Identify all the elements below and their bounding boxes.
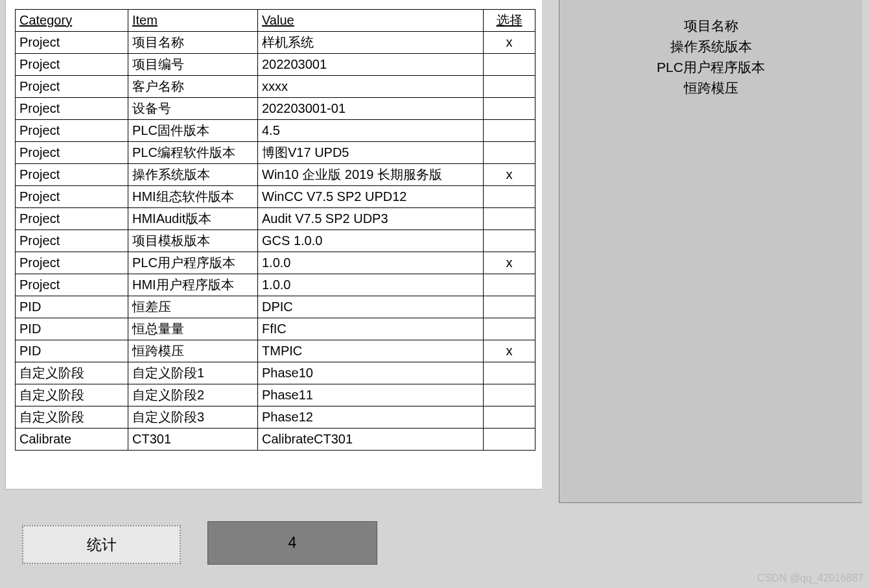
stat-button[interactable]: 统计 — [22, 525, 181, 564]
cell-value[interactable]: DPIC — [258, 296, 484, 318]
cell-select[interactable] — [484, 274, 535, 296]
table-row[interactable]: Project客户名称xxxx — [16, 76, 535, 98]
table-row[interactable]: ProjectHMIAudit版本Audit V7.5 SP2 UDP3 — [16, 208, 535, 230]
cell-item[interactable]: 项目编号 — [128, 54, 258, 76]
cell-value[interactable]: GCS 1.0.0 — [258, 230, 484, 252]
cell-select[interactable] — [484, 76, 535, 98]
table-row[interactable]: 自定义阶段自定义阶段1Phase10 — [16, 362, 535, 384]
cell-value[interactable]: 1.0.0 — [258, 274, 484, 296]
table-row[interactable]: Project项目模板版本GCS 1.0.0 — [16, 230, 535, 252]
cell-select[interactable]: x — [484, 32, 535, 54]
table-row[interactable]: CalibrateCT301CalibrateCT301 — [16, 429, 535, 451]
cell-select[interactable] — [484, 54, 535, 76]
cell-select[interactable] — [484, 406, 535, 429]
cell-category[interactable]: Project — [16, 142, 128, 164]
cell-item[interactable]: PLC用户程序版本 — [128, 252, 258, 274]
cell-value[interactable]: Phase12 — [258, 406, 484, 429]
table-row[interactable]: 自定义阶段自定义阶段2Phase11 — [16, 384, 535, 406]
table-row[interactable]: Project设备号202203001-01 — [16, 98, 535, 120]
cell-value[interactable]: Phase11 — [258, 384, 484, 406]
cell-category[interactable]: Project — [16, 252, 128, 274]
cell-item[interactable]: 客户名称 — [128, 76, 258, 98]
cell-select[interactable] — [484, 230, 535, 252]
cell-category[interactable]: Project — [16, 120, 128, 142]
cell-value[interactable]: xxxx — [258, 76, 484, 98]
cell-select[interactable] — [484, 384, 535, 406]
cell-item[interactable]: 项目模板版本 — [128, 230, 258, 252]
cell-category[interactable]: Project — [16, 186, 128, 208]
table-row[interactable]: ProjectHMI用户程序版本1.0.0 — [16, 274, 535, 296]
cell-select[interactable] — [484, 142, 535, 164]
table-row[interactable]: Project项目名称样机系统x — [16, 32, 535, 54]
header-item[interactable]: Item — [128, 10, 258, 32]
cell-value[interactable]: Win10 企业版 2019 长期服务版 — [258, 164, 484, 186]
cell-item[interactable]: 自定义阶段3 — [128, 406, 258, 429]
cell-item[interactable]: 恒跨模压 — [128, 340, 258, 362]
cell-value[interactable]: FfIC — [258, 318, 484, 340]
table-row[interactable]: Project项目编号202203001 — [16, 54, 535, 76]
cell-select[interactable] — [484, 296, 535, 318]
cell-value[interactable]: 1.0.0 — [258, 252, 484, 274]
cell-value[interactable]: CalibrateCT301 — [258, 429, 484, 451]
cell-category[interactable]: Project — [16, 164, 128, 186]
table-row[interactable]: ProjectPLC固件版本4.5 — [16, 120, 535, 142]
cell-category[interactable]: 自定义阶段 — [16, 384, 128, 406]
cell-category[interactable]: Project — [16, 54, 128, 76]
header-value[interactable]: Value — [258, 10, 484, 32]
cell-category[interactable]: Project — [16, 208, 128, 230]
cell-category[interactable]: Project — [16, 76, 128, 98]
table-row[interactable]: Project操作系统版本Win10 企业版 2019 长期服务版x — [16, 164, 535, 186]
cell-item[interactable]: HMIAudit版本 — [128, 208, 258, 230]
table-row[interactable]: PID恒总量量FfIC — [16, 318, 535, 340]
cell-select[interactable] — [484, 429, 535, 451]
cell-category[interactable]: PID — [16, 340, 128, 362]
cell-category[interactable]: PID — [16, 318, 128, 340]
cell-value[interactable]: 博图V17 UPD5 — [258, 142, 484, 164]
cell-category[interactable]: PID — [16, 296, 128, 318]
cell-value[interactable]: 202203001-01 — [258, 98, 484, 120]
cell-select[interactable] — [484, 318, 535, 340]
cell-select[interactable]: x — [484, 340, 535, 362]
cell-item[interactable]: PLC编程软件版本 — [128, 142, 258, 164]
cell-category[interactable]: Calibrate — [16, 429, 128, 451]
header-category[interactable]: Category — [16, 10, 128, 32]
table-row[interactable]: 自定义阶段自定义阶段3Phase12 — [16, 406, 535, 429]
cell-category[interactable]: 自定义阶段 — [16, 362, 128, 384]
cell-item[interactable]: 自定义阶段1 — [128, 362, 258, 384]
table-row[interactable]: PID恒跨模压TMPICx — [16, 340, 535, 362]
cell-item[interactable]: 设备号 — [128, 98, 258, 120]
cell-select[interactable]: x — [484, 252, 535, 274]
cell-value[interactable]: 4.5 — [258, 120, 484, 142]
cell-select[interactable] — [484, 186, 535, 208]
cell-category[interactable]: 自定义阶段 — [16, 406, 128, 429]
table-row[interactable]: ProjectPLC用户程序版本1.0.0x — [16, 252, 535, 274]
cell-select[interactable]: x — [484, 164, 535, 186]
cell-value[interactable]: Audit V7.5 SP2 UDP3 — [258, 208, 484, 230]
cell-select[interactable] — [484, 98, 535, 120]
table-row[interactable]: ProjectHMI组态软件版本WinCC V7.5 SP2 UPD12 — [16, 186, 535, 208]
cell-select[interactable] — [484, 120, 535, 142]
cell-item[interactable]: HMI用户程序版本 — [128, 274, 258, 296]
cell-item[interactable]: 恒差压 — [128, 296, 258, 318]
table-row[interactable]: PID恒差压DPIC — [16, 296, 535, 318]
cell-select[interactable] — [484, 362, 535, 384]
cell-value[interactable]: TMPIC — [258, 340, 484, 362]
header-select[interactable]: 选择 — [484, 10, 535, 32]
cell-item[interactable]: PLC固件版本 — [128, 120, 258, 142]
table-row[interactable]: ProjectPLC编程软件版本博图V17 UPD5 — [16, 142, 535, 164]
cell-category[interactable]: Project — [16, 98, 128, 120]
cell-value[interactable]: 202203001 — [258, 54, 484, 76]
cell-select[interactable] — [484, 208, 535, 230]
cell-item[interactable]: 自定义阶段2 — [128, 384, 258, 406]
cell-item[interactable]: CT301 — [128, 429, 258, 451]
cell-item[interactable]: 操作系统版本 — [128, 164, 258, 186]
cell-category[interactable]: Project — [16, 32, 128, 54]
cell-category[interactable]: Project — [16, 274, 128, 296]
cell-value[interactable]: 样机系统 — [258, 32, 484, 54]
cell-item[interactable]: 项目名称 — [128, 32, 258, 54]
cell-value[interactable]: Phase10 — [258, 362, 484, 384]
cell-value[interactable]: WinCC V7.5 SP2 UPD12 — [258, 186, 484, 208]
cell-item[interactable]: 恒总量量 — [128, 318, 258, 340]
cell-item[interactable]: HMI组态软件版本 — [128, 186, 258, 208]
cell-category[interactable]: Project — [16, 230, 128, 252]
